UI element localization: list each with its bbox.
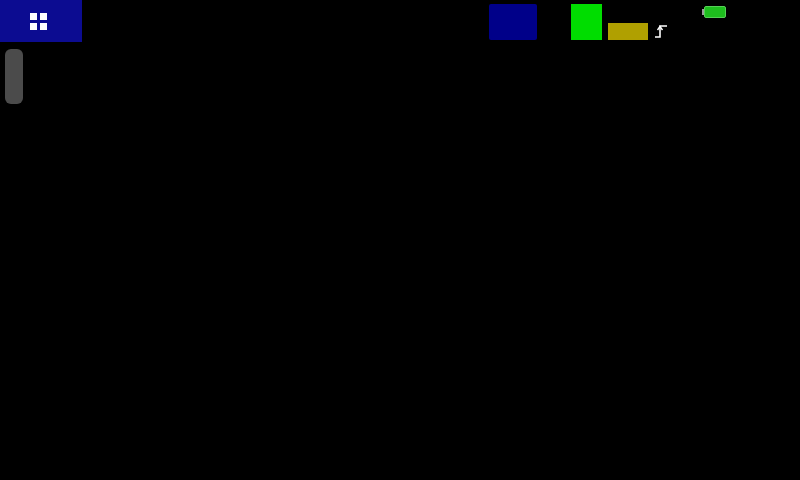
trigger-badge[interactable] bbox=[571, 4, 602, 40]
cursor-measure-box bbox=[5, 49, 23, 104]
menu-grid-icon bbox=[30, 13, 47, 30]
rising-edge-icon bbox=[654, 23, 669, 40]
battery-icon bbox=[702, 6, 728, 18]
ch2-badge[interactable] bbox=[287, 5, 323, 39]
ch1-badge[interactable] bbox=[162, 5, 198, 39]
menu-button[interactable] bbox=[0, 0, 82, 42]
move-slow-button[interactable] bbox=[489, 4, 537, 40]
trigger-source-badge[interactable] bbox=[608, 23, 648, 40]
waveform-display bbox=[0, 44, 729, 448]
